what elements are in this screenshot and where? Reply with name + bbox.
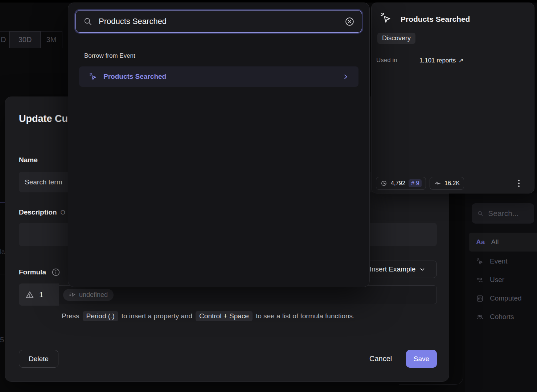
used-in-reports-link[interactable]: 1,101 reports ↗ [419,57,463,64]
sidebar-item-cohorts[interactable]: Cohorts [469,307,537,326]
search-input[interactable] [99,17,339,26]
event-volume: 16.2K [444,180,460,187]
formula-hint: Press Period (.) to insert a property an… [62,311,354,321]
section-label: Borrow from Event [84,52,135,60]
description-label: Description [19,208,57,216]
sidebar-item-computed[interactable]: Computed [469,289,537,308]
sidebar-item-label: Event [490,257,508,265]
cohorts-icon [476,313,484,321]
search-icon [83,17,93,26]
property-cursor-icon [69,291,76,298]
sidebar-search-box[interactable] [472,203,534,224]
search-box[interactable] [75,10,362,33]
event-volume-pill[interactable]: 16.2K [430,177,464,190]
warning-icon [25,290,34,299]
event-stats-row: 4,792 # 9 16.2K [376,177,530,190]
formula-input[interactable]: undefined [59,285,437,304]
kbd-control-space: Control + Space [196,311,253,321]
save-button[interactable]: Save [406,350,437,368]
search-result-event[interactable]: Products Searched [79,66,358,87]
delete-button[interactable]: Delete [19,350,58,368]
hint-text: to see a list of formula functions. [256,312,354,320]
cancel-button[interactable]: Cancel [364,350,397,368]
formula-label: Formula [19,268,46,276]
axis-label-partial: la [0,248,5,256]
sidebar-item-label: All [491,238,499,246]
hint-text: Press [62,312,79,320]
insert-example-label: Insert Example [370,265,416,273]
pie-chart-icon [380,180,388,187]
kbd-period: Period (.) [83,311,118,321]
sidebar-item-event[interactable]: Event [469,252,537,271]
event-count-pill[interactable]: 4,792 # 9 [376,177,426,190]
text-format-icon: Aa [476,238,485,246]
formula-error-indicator: 1 [19,283,59,306]
formula-chip-label: undefined [79,291,108,299]
name-label: Name [19,156,38,164]
search-icon [477,209,483,217]
event-details-panel: Products Searched Discovery Used in 1,10… [372,3,534,193]
event-cursor-icon [476,258,484,265]
error-count: 1 [39,290,44,299]
used-in-label: Used in [376,57,397,64]
hint-text: to insert a property and [122,312,192,320]
external-link-icon: ↗ [458,57,463,64]
chevron-right-icon [342,73,349,80]
overflow-menu-button[interactable] [516,177,522,189]
event-count: 4,792 [391,180,405,187]
property-search-dropdown: Borrow from Event Products Searched [68,3,369,287]
time-range-button-partial[interactable]: D [0,31,9,48]
time-range-segmented-control: D 30D 3M [0,31,62,48]
formula-label-row: Formula [19,268,61,277]
clear-icon [345,17,354,26]
event-rank-badge: # 9 [409,179,422,187]
sidebar-item-label: User [490,276,504,284]
chevron-down-icon [419,266,426,273]
modal-title: Update Cu [19,113,68,124]
axis-label-partial: 5 [0,336,4,344]
formula-property-chip[interactable]: undefined [63,289,114,301]
category-badge: Discovery [377,33,415,44]
user-icon [476,276,484,284]
time-range-button-30d[interactable]: 30D [9,31,41,48]
top-strip [0,0,537,3]
search-result-label: Products Searched [103,73,166,81]
used-in-count: 1,101 reports [419,57,456,64]
sidebar-item-label: Cohorts [490,313,514,321]
description-optional-partial: O [61,209,65,216]
info-icon[interactable] [51,268,61,277]
event-cursor-icon [380,12,392,24]
computed-icon [476,295,484,302]
sidebar-item-label: Computed [490,294,522,302]
event-cursor-icon [89,72,97,81]
clear-search-button[interactable] [345,17,354,26]
event-title: Products Searched [401,15,470,24]
time-range-button-3m[interactable]: 3M [41,31,62,48]
activity-icon [434,180,441,187]
sidebar-item-all[interactable]: Aa All [469,233,537,252]
sidebar-search-input[interactable] [488,209,529,218]
description-label-row: Description O [19,208,65,216]
insert-example-button[interactable]: Insert Example [358,261,437,278]
sidebar-item-user[interactable]: User [469,270,537,289]
